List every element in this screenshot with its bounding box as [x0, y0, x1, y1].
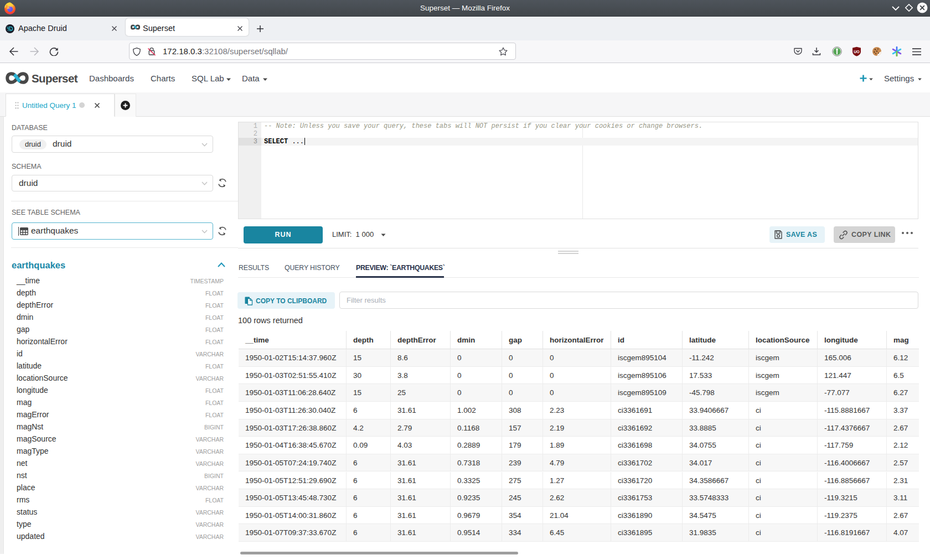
- svg-text:UO: UO: [854, 50, 860, 54]
